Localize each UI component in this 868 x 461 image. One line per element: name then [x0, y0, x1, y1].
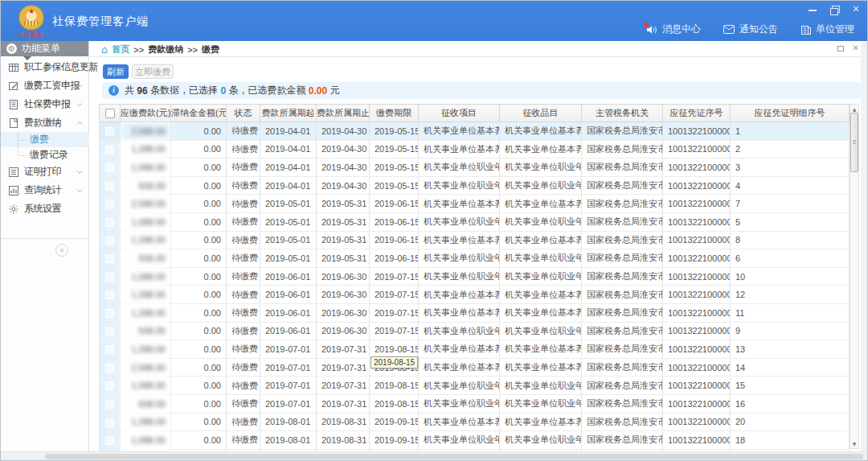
select-all-checkbox[interactable]: [105, 109, 115, 118]
cell-tax-authority: 国家税务总局淮安市税务局...: [582, 176, 663, 195]
sidebar-item-salary-declare[interactable]: 缴费工资申报: [1, 76, 89, 95]
table-row[interactable]: 508.00 0.00 待缴费 2019-06-01 2019-06-30 20…: [100, 322, 850, 340]
cell-deadline: 2019-09-15: [370, 431, 419, 450]
row-checkbox[interactable]: [105, 237, 114, 245]
cell-amount-due: 1,088.00: [121, 267, 171, 286]
cell-period-start: 2019-07-01: [260, 340, 317, 359]
table-row[interactable]: 1,288.00 0.00 待缴费 2019-06-01 2019-06-30 …: [100, 286, 850, 304]
table-row[interactable]: 1,288.00 0.00 待缴费 2019-04-01 2019-04-30 …: [100, 140, 850, 158]
cell-amount-due: 1,288.00: [121, 231, 171, 249]
table-row[interactable]: 1,288.00 0.00 待缴费 2019-05-01 2019-05-31 …: [100, 231, 850, 249]
cell-late-fee: 0.00: [171, 212, 227, 231]
cell-period-end: 2019-04-30: [317, 140, 370, 158]
vertical-scrollbar[interactable]: ▲ ▼: [850, 104, 859, 449]
table-row[interactable]: 1,288.00 0.00 待缴费 2019-08-01 2019-08-31 …: [100, 413, 850, 431]
sidebar-subitem-pay-record[interactable]: 缴费记录: [1, 147, 89, 163]
cell-status: 待缴费: [227, 231, 260, 249]
table-row[interactable]: 1,088.00 0.00 待缴费 2019-08-01 2019-08-31 …: [100, 431, 850, 450]
refresh-button[interactable]: 刷新: [103, 64, 129, 79]
chevron-down-icon: [76, 101, 83, 108]
cell-levy-item: 机关事业单位基本养老保险费: [419, 303, 500, 322]
cell-levy-category: 机关事业单位基本养老保险...: [500, 231, 582, 249]
horizontal-scrollbar[interactable]: [1, 451, 868, 460]
cell-tax-authority: 国家税务总局淮安市税务局...: [582, 249, 663, 268]
edit-icon: [9, 81, 18, 91]
sidebar-item-query-statistics[interactable]: 查询统计: [1, 181, 89, 200]
cell-late-fee: 0.00: [171, 377, 227, 395]
sidebar-item-fee-payment[interactable]: 费款缴纳: [1, 113, 89, 132]
row-checkbox[interactable]: [105, 327, 114, 336]
table-row[interactable]: 2,588.00 0.00 待缴费 2019-07-01 2019-07-31 …: [100, 358, 850, 377]
row-checkbox[interactable]: [105, 381, 114, 390]
close-button[interactable]: ✕: [851, 5, 861, 14]
cell-late-fee: 0.00: [171, 267, 227, 286]
table-row[interactable]: 1,288.00 0.00 待缴费 2019-06-01 2019-06-30 …: [100, 303, 850, 322]
table-row[interactable]: 1,088.00 0.00 待缴费 2019-06-01 2019-06-30 …: [100, 267, 850, 286]
vertical-scrollbar-thumb[interactable]: [850, 113, 858, 172]
table-row[interactable]: 1,088.00 0.00 待缴费 2019-07-01 2019-07-31 …: [100, 377, 850, 395]
minimize-button[interactable]: [808, 5, 817, 14]
cell-period-end: 2019-06-30: [317, 267, 370, 286]
cell-tax-authority: 国家税务总局淮安市税务局...: [582, 358, 663, 377]
cell-tax-authority: 国家税务总局淮安市税务局...: [582, 413, 663, 431]
table-row[interactable]: 1,288.00 0.00 待缴费 2019-07-01 2019-07-31 …: [100, 340, 850, 359]
breadcrumb-level1[interactable]: 费款缴纳: [148, 43, 183, 56]
table-row[interactable]: 2,588.00 0.00 待缴费 2019-05-01 2019-05-31 …: [100, 195, 850, 213]
sidebar-item-certificate-print[interactable]: 证明打印: [1, 163, 89, 181]
cell-period-start: 2019-07-01: [260, 377, 317, 395]
row-checkbox[interactable]: [105, 290, 114, 299]
table-row[interactable]: 508.00 0.00 待缴费 2019-04-01 2019-04-30 20…: [100, 176, 850, 195]
row-checkbox[interactable]: [105, 163, 114, 172]
cell-amount-due: 1,288.00: [121, 286, 171, 304]
row-checkbox[interactable]: [105, 254, 114, 263]
cell-late-fee: 0.00: [171, 249, 227, 268]
cell-voucher-detail-no: 8: [731, 231, 850, 249]
breadcrumb-level2[interactable]: 缴费: [202, 43, 219, 56]
app-logo: ★ 中国税务: [14, 5, 49, 41]
cell-period-end: 2019-05-31: [317, 249, 370, 268]
restore-button[interactable]: [829, 5, 839, 14]
sidebar-item-social-insurance-declare[interactable]: 社保费申报: [1, 95, 89, 113]
row-checkbox[interactable]: [105, 127, 114, 136]
breadcrumb-home[interactable]: 首页: [112, 43, 129, 56]
tab-maximize-icon[interactable]: [837, 46, 844, 51]
row-checkbox[interactable]: [105, 200, 114, 208]
table-row[interactable]: 508.00 0.00 待缴费 2019-05-01 2019-05-31 20…: [100, 249, 850, 268]
table-row[interactable]: 1,088.00 0.00 待缴费 2019-05-01 2019-05-31 …: [100, 212, 850, 231]
cell-levy-category: 机关事业单位基本养老保险...: [500, 286, 582, 304]
table-row[interactable]: 508.00 0.00 待缴费 2019-07-01 2019-07-31 20…: [100, 394, 850, 413]
scroll-down-arrow-icon[interactable]: ▼: [850, 439, 858, 448]
sidebar-item-system-settings[interactable]: 系统设置: [1, 200, 89, 218]
cell-period-end: 2019-06-30: [317, 286, 370, 304]
cell-levy-category: 机关事业单位基本养老保险...: [500, 195, 582, 213]
table-row[interactable]: 2,588.00 0.00 待缴费 2019-04-01 2019-04-30 …: [100, 122, 850, 141]
row-checkbox[interactable]: [105, 418, 114, 427]
tab-close-icon[interactable]: ✕: [853, 44, 859, 52]
row-checkbox-cell: [100, 176, 121, 195]
row-checkbox[interactable]: [105, 273, 114, 282]
cell-deadline: 2019-05-15: [370, 140, 419, 158]
row-checkbox[interactable]: [105, 218, 114, 227]
cell-period-end: 2019-05-31: [317, 195, 370, 213]
notice-bulletin-button[interactable]: 通知公告: [723, 23, 778, 36]
sidebar-subitem-pay[interactable]: 缴费: [1, 132, 89, 147]
cell-tax-authority: 国家税务总局淮安市税务局...: [582, 195, 663, 213]
message-center-button[interactable]: 消息中心: [646, 23, 701, 36]
table-row[interactable]: 1,088.00 0.00 待缴费 2019-04-01 2019-04-30 …: [100, 158, 850, 177]
row-checkbox[interactable]: [105, 364, 114, 373]
row-checkbox[interactable]: [105, 400, 114, 409]
row-checkbox[interactable]: [105, 182, 114, 191]
row-checkbox-cell: [100, 377, 121, 395]
row-checkbox[interactable]: [105, 146, 114, 154]
cell-tax-authority: 国家税务总局淮安市税务局...: [582, 303, 663, 322]
cell-period-end: 2019-07-31: [317, 377, 370, 395]
sidebar-item-employee-info-update[interactable]: 职工参保信息更新: [1, 58, 89, 76]
pay-now-button[interactable]: 立即缴费: [132, 64, 174, 79]
row-checkbox[interactable]: [105, 345, 114, 354]
unit-management-button[interactable]: 单位管理: [800, 23, 854, 36]
sidebar-collapse-button[interactable]: «: [55, 244, 68, 257]
row-checkbox[interactable]: [105, 309, 114, 318]
cell-period-end: 2019-07-31: [317, 394, 370, 413]
horizontal-scrollbar-thumb[interactable]: [45, 454, 863, 459]
row-checkbox[interactable]: [105, 436, 114, 445]
